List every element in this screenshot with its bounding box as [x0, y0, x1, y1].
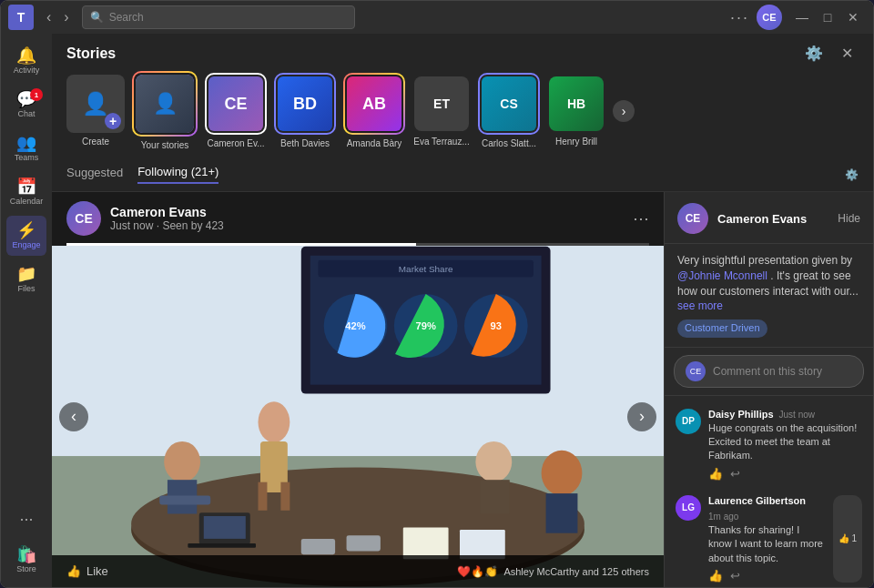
- comment-avatar-2: LG: [676, 495, 701, 521]
- comment-author-1: Daisy Phillips: [708, 409, 774, 420]
- comments-panel: CE Cameron Evans Hide Very insightful pr…: [664, 192, 873, 587]
- comment-reply-btn-1[interactable]: ↩: [730, 467, 740, 481]
- content-area: Stories ⚙️ ✕ 👤 + Create: [52, 34, 873, 587]
- sidebar-item-calendar[interactable]: 📅 Calendar: [6, 172, 46, 212]
- like-icon: 👍: [66, 564, 81, 578]
- stories-header: Stories ⚙️ ✕ 👤 + Create: [52, 34, 873, 192]
- bio-tag: Customer Driven: [677, 319, 767, 337]
- story-thumb-create[interactable]: 👤 + Create: [66, 75, 125, 147]
- app-window: T ‹ › 🔍 Search ··· CE — □ ✕ 🔔 Activity: [0, 0, 874, 588]
- svg-point-15: [258, 401, 290, 442]
- story-scroll-right-button[interactable]: ›: [613, 100, 635, 122]
- more-options-button[interactable]: ···: [730, 8, 749, 27]
- search-placeholder: Search: [109, 11, 144, 24]
- story-thumb-henry[interactable]: HB Henry Brill: [547, 75, 605, 147]
- story-thumb-cameron[interactable]: CE Cameron Ev...: [205, 73, 267, 148]
- sidebar-label-calendar: Calendar: [10, 197, 44, 206]
- story-next-button[interactable]: ›: [627, 402, 656, 431]
- post-menu-button[interactable]: ⋯: [633, 208, 649, 228]
- sidebar-label-engage: Engage: [12, 240, 40, 249]
- bio-mention[interactable]: @Johnie Mconnell: [677, 269, 767, 282]
- tab-suggested[interactable]: Suggested: [66, 166, 123, 183]
- comment-like-btn-1[interactable]: 👍: [708, 467, 723, 481]
- stories-close-button[interactable]: ✕: [836, 43, 859, 64]
- sidebar-item-engage[interactable]: ⚡ Engage: [6, 216, 46, 256]
- sidebar-more-button[interactable]: ···: [12, 502, 40, 536]
- story-image-container: ‹ Market Share: [52, 246, 664, 587]
- back-button[interactable]: ‹: [41, 7, 56, 27]
- svg-rect-28: [188, 543, 256, 548]
- story-create-img: 👤 +: [66, 75, 125, 133]
- story-eva-label: Eva Terrauz...: [413, 137, 470, 147]
- story-amanda-label: Amanda Bàry: [347, 138, 402, 148]
- henry-story-img: HB: [549, 76, 604, 131]
- story-thumb-beth[interactable]: BD Beth Davies: [274, 73, 336, 148]
- comment-header-2: Laurence Gilbertson 1m ago: [708, 495, 826, 522]
- story-thumb-amanda[interactable]: AB Amanda Bàry: [343, 73, 405, 148]
- panel-author-name: Cameron Evans: [717, 212, 828, 226]
- minimize-button[interactable]: —: [789, 7, 815, 27]
- svg-rect-18: [280, 482, 290, 511]
- story-create-label: Create: [82, 137, 109, 147]
- engage-icon: ⚡: [16, 222, 36, 238]
- svg-point-24: [542, 451, 583, 496]
- comment-header-1: Daisy Phillips Just now: [708, 409, 862, 420]
- story-thumb-carlos[interactable]: CS Carlos Slatt...: [478, 73, 540, 148]
- bio-text: Very insightful presentation given by: [677, 254, 852, 267]
- story-thumb-your-stories[interactable]: 👤 Your stories: [132, 71, 198, 150]
- stories-title: Stories: [66, 46, 116, 62]
- search-bar: 🔍 Search: [82, 5, 355, 29]
- svg-text:93: 93: [491, 320, 502, 331]
- cameron-story-img: CE: [208, 76, 263, 131]
- close-button[interactable]: ✕: [840, 7, 866, 27]
- filter-icon: ⚙️: [845, 168, 859, 181]
- user-avatar[interactable]: CE: [757, 5, 782, 30]
- sidebar-item-files[interactable]: 📁 Files: [6, 259, 46, 299]
- chat-badge: 1: [30, 88, 43, 101]
- comment-input-box[interactable]: CE Comment on this story: [674, 355, 864, 388]
- meeting-scene-svg: Market Share 42% 79% 93: [52, 246, 664, 587]
- maximize-button[interactable]: □: [815, 7, 840, 27]
- comment-reply-btn-2[interactable]: ↩: [730, 569, 740, 583]
- panel-bio: Very insightful presentation given by @J…: [665, 244, 873, 348]
- story-cameron-label: Cameron Ev...: [207, 138, 264, 148]
- stories-filter-button[interactable]: ⚙️: [845, 168, 859, 181]
- story-carlos-label: Carlos Slatt...: [482, 138, 536, 148]
- window-buttons: — □ ✕: [789, 7, 866, 27]
- comment-body-1: Daisy Phillips Just now Huge congrats on…: [708, 409, 862, 481]
- like-button[interactable]: 👍 Like: [66, 564, 108, 578]
- stories-tabs-row: Suggested Following (21+) ⚙️: [52, 159, 873, 192]
- sidebar-item-teams[interactable]: 👥 Teams: [6, 128, 46, 168]
- title-bar: T ‹ › 🔍 Search ··· CE — □ ✕: [1, 1, 873, 34]
- tab-following[interactable]: Following (21+): [137, 165, 218, 184]
- story-thumb-eva[interactable]: ET Eva Terrauz...: [412, 75, 471, 147]
- svg-text:Market Share: Market Share: [399, 264, 453, 274]
- story-prev-button[interactable]: ‹: [59, 402, 88, 431]
- comment-like-btn-2[interactable]: 👍: [708, 569, 723, 583]
- reactions-emoji: ❤️🔥👏: [457, 565, 498, 578]
- current-user-avatar-small: CE: [686, 361, 706, 381]
- forward-button[interactable]: ›: [58, 7, 74, 27]
- comment-time-1: Just now: [779, 410, 815, 420]
- sidebar: 🔔 Activity 💬 Chat 1 👥 Teams 📅 Calendar ⚡…: [1, 34, 52, 587]
- comments-list: DP Daisy Phillips Just now Huge congrats…: [665, 396, 873, 587]
- search-icon: 🔍: [90, 11, 104, 24]
- story-henry-label: Henry Brill: [555, 137, 597, 147]
- svg-rect-29: [301, 539, 335, 554]
- stories-settings-button[interactable]: ⚙️: [799, 43, 828, 64]
- sidebar-item-activity[interactable]: 🔔 Activity: [6, 41, 46, 81]
- main-layout: 🔔 Activity 💬 Chat 1 👥 Teams 📅 Calendar ⚡…: [1, 34, 873, 587]
- sidebar-label-chat: Chat: [17, 109, 35, 118]
- sidebar-label-files: Files: [17, 284, 35, 293]
- see-more-link[interactable]: see more: [677, 299, 723, 312]
- comment-item: LG Laurence Gilbertson 1m ago Thanks for…: [665, 488, 873, 587]
- comment-author-2: Laurence Gilbertson: [708, 495, 806, 506]
- sidebar-label-store: Store: [16, 564, 36, 573]
- teams-logo: T: [8, 5, 34, 30]
- hide-button[interactable]: Hide: [838, 212, 860, 225]
- sidebar-item-chat[interactable]: 💬 Chat 1: [6, 85, 46, 125]
- comment-avatar-1: DP: [676, 409, 701, 434]
- comment-actions-2: 👍 ↩: [708, 569, 826, 583]
- sidebar-item-store[interactable]: 🛍️ Store: [6, 540, 46, 580]
- story-post-header: CE Cameron Evans Just now · Seen by 423 …: [52, 192, 664, 243]
